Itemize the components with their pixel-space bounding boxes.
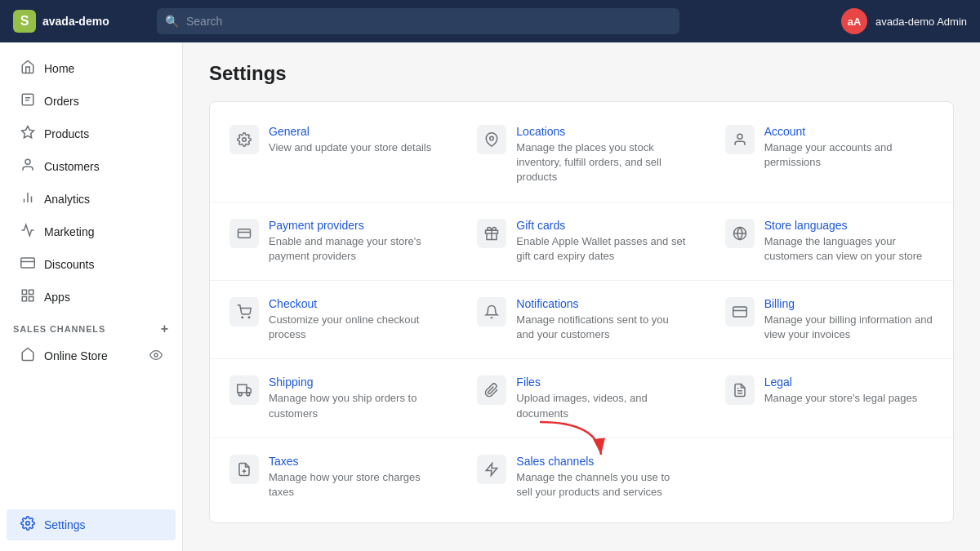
online-store-icon (20, 347, 36, 365)
sidebar-item-analytics[interactable]: Analytics (7, 184, 176, 215)
general-description: View and update your store details (269, 140, 438, 155)
svg-point-31 (238, 393, 242, 396)
settings-item-billing[interactable]: BillingManage your billing information a… (706, 281, 953, 359)
locations-title: Locations (516, 125, 685, 138)
nav-right: aA avada-demo Admin (841, 8, 967, 34)
store_languages-description: Manage the languages your customers can … (764, 234, 933, 264)
top-nav: S avada-demo 🔍 aA avada-demo Admin (0, 0, 980, 42)
settings-item-notifications[interactable]: NotificationsManage notifications sent t… (457, 281, 705, 359)
gift_cards-title: Gift cards (516, 219, 685, 232)
checkout-icon (229, 297, 259, 327)
shopify-logo: S (13, 10, 36, 33)
sales_channels-icon (477, 455, 506, 484)
svg-rect-19 (238, 229, 251, 238)
sidebar-item-home[interactable]: Home (7, 53, 176, 84)
online-store-label: Online Store (44, 349, 108, 362)
settings-item-files[interactable]: FilesUpload images, videos, and document… (457, 359, 705, 438)
notifications-title: Notifications (516, 297, 685, 310)
marketing-icon (20, 223, 36, 241)
settings-item-account[interactable]: AccountManage your accounts and permissi… (706, 109, 953, 202)
settings-item-locations[interactable]: LocationsManage the places you stock inv… (457, 109, 705, 202)
payment_providers-title: Payment providers (269, 219, 438, 232)
settings-item-payment_providers[interactable]: Payment providersEnable and manage your … (210, 202, 457, 281)
shipping-title: Shipping (269, 375, 438, 389)
account-description: Manage your accounts and permissions (764, 140, 933, 170)
settings-item-legal[interactable]: LegalManage your store's legal pages (706, 359, 953, 438)
svg-rect-11 (29, 290, 33, 294)
billing-icon (725, 297, 755, 327)
sales_channels-description: Manage the channels you use to sell your… (516, 470, 685, 500)
svg-rect-12 (29, 297, 33, 301)
sidebar-item-products[interactable]: Products (7, 118, 176, 149)
discounts-icon (20, 256, 36, 273)
search-input[interactable] (157, 8, 679, 34)
files-description: Upload images, videos, and documents (516, 391, 685, 420)
svg-point-25 (242, 317, 243, 318)
settings-item-sales_channels[interactable]: Sales channelsManage the channels you us… (457, 438, 705, 516)
sidebar-item-settings[interactable]: Settings (7, 509, 176, 540)
svg-point-26 (248, 317, 250, 318)
sidebar-item-online-store[interactable]: Online Store (7, 340, 176, 371)
sidebar-item-apps[interactable]: Apps (7, 282, 176, 313)
home-icon (20, 60, 36, 78)
add-sales-channel-icon[interactable]: + (161, 322, 169, 336)
general-title: General (269, 125, 438, 138)
main-content: Settings GeneralView and update your sto… (183, 42, 980, 551)
sidebar-item-label: Home (44, 62, 74, 75)
checkout-description: Customize your online checkout process (269, 313, 438, 342)
legal-description: Manage your store's legal pages (764, 391, 933, 406)
settings-card: GeneralView and update your store detail… (209, 101, 954, 523)
settings-item-shipping[interactable]: ShippingManage how you ship orders to cu… (210, 359, 457, 438)
taxes-description: Manage how your store charges taxes (269, 470, 438, 500)
payment_providers-icon (229, 219, 259, 248)
svg-point-4 (25, 159, 30, 164)
sales_channels-title: Sales channels (516, 455, 685, 468)
svg-rect-13 (22, 297, 26, 301)
svg-rect-27 (733, 307, 746, 317)
legal-icon (725, 375, 755, 405)
notifications-description: Manage notifications sent to you and you… (516, 313, 685, 342)
sidebar-item-label: Products (44, 127, 89, 140)
files-icon (477, 375, 506, 405)
admin-name: avada-demo Admin (875, 16, 967, 28)
eye-icon[interactable] (149, 349, 163, 364)
svg-rect-10 (22, 290, 26, 294)
layout: Home Orders Products Customers Analytics (0, 42, 980, 551)
settings-item-gift_cards[interactable]: Gift cardsEnable Apple Wallet passes and… (457, 202, 705, 281)
files-title: Files (516, 375, 685, 389)
sidebar-item-label: Apps (44, 291, 70, 304)
account-title: Account (764, 125, 933, 138)
analytics-icon (20, 190, 36, 208)
svg-rect-29 (238, 385, 247, 393)
svg-marker-30 (247, 388, 251, 393)
svg-point-16 (243, 138, 247, 142)
settings-item-taxes[interactable]: TaxesManage how your store charges taxes (210, 438, 457, 516)
svg-rect-8 (21, 258, 35, 268)
sidebar-item-marketing[interactable]: Marketing (7, 216, 176, 247)
sidebar-item-customers[interactable]: Customers (7, 151, 176, 182)
sales-channels-section: SALES CHANNELS + (0, 313, 182, 340)
avatar[interactable]: aA (841, 8, 867, 34)
svg-marker-37 (487, 463, 498, 475)
sidebar-item-label: Settings (44, 518, 86, 531)
checkout-title: Checkout (269, 297, 438, 310)
page-title: Settings (209, 62, 954, 85)
settings-item-checkout[interactable]: CheckoutCustomize your online checkout p… (210, 281, 457, 359)
svg-point-15 (26, 522, 30, 526)
apps-icon (20, 288, 36, 306)
shipping-description: Manage how you ship orders to customers (269, 391, 438, 420)
sidebar-item-orders[interactable]: Orders (7, 86, 176, 117)
sidebar-item-discounts[interactable]: Discounts (7, 249, 176, 280)
svg-point-32 (247, 393, 250, 396)
billing-description: Manage your billing information and view… (764, 313, 933, 342)
billing-title: Billing (764, 297, 933, 310)
payment_providers-description: Enable and manage your store's payment p… (269, 234, 438, 264)
general-icon (229, 125, 259, 154)
settings-item-store_languages[interactable]: Store languagesManage the languages your… (706, 202, 953, 281)
settings-item-general[interactable]: GeneralView and update your store detail… (210, 109, 457, 202)
sidebar-item-label: Discounts (44, 258, 94, 271)
sidebar-item-label: Analytics (44, 193, 90, 206)
logo-area[interactable]: S avada-demo (13, 10, 144, 33)
locations-icon (477, 125, 506, 154)
settings-grid: GeneralView and update your store detail… (210, 109, 953, 516)
